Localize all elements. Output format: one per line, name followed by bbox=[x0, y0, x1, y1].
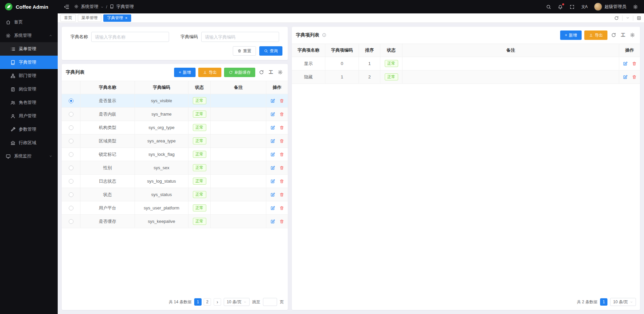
table-row[interactable]: 显示 0 1 正常 bbox=[292, 57, 640, 70]
delete-icon[interactable] bbox=[279, 206, 284, 210]
edit-icon[interactable] bbox=[623, 75, 628, 79]
notification-bell-icon[interactable] bbox=[558, 4, 563, 9]
row-radio[interactable] bbox=[69, 139, 73, 143]
edit-icon[interactable] bbox=[270, 206, 275, 210]
row-radio[interactable] bbox=[69, 192, 73, 197]
row-radio[interactable] bbox=[69, 166, 73, 170]
jump-page-input[interactable] bbox=[263, 298, 277, 306]
table-row[interactable]: 状态 sys_status 正常 bbox=[62, 188, 288, 201]
tab[interactable]: 首页 × bbox=[60, 14, 76, 22]
edit-icon[interactable] bbox=[270, 139, 275, 143]
settings-gear-icon[interactable] bbox=[633, 4, 638, 9]
edit-icon[interactable] bbox=[270, 166, 275, 170]
delete-icon[interactable] bbox=[279, 219, 284, 224]
table-row[interactable]: 区域类型 sys_area_type 正常 bbox=[62, 134, 288, 148]
sidebar-item-dept-mgmt[interactable]: 部门管理 bbox=[0, 69, 58, 82]
page-button[interactable]: 1 bbox=[194, 298, 202, 306]
row-radio[interactable] bbox=[69, 152, 73, 157]
sidebar-item-post-mgmt[interactable]: 岗位管理 bbox=[0, 82, 58, 96]
dict-name-input[interactable] bbox=[91, 32, 169, 42]
search-icon[interactable] bbox=[546, 4, 551, 9]
row-radio[interactable] bbox=[69, 206, 73, 210]
next-page-button[interactable]: › bbox=[214, 298, 221, 306]
table-row[interactable]: 锁定标记 sys_lock_flag 正常 bbox=[62, 148, 288, 161]
tab-options-chevron-icon[interactable] bbox=[626, 16, 630, 20]
edit-icon[interactable] bbox=[270, 125, 275, 130]
sidebar-item-dict-mgmt[interactable]: 字典管理 bbox=[0, 56, 58, 69]
monitor-icon bbox=[5, 154, 11, 159]
sidebar-item-region[interactable]: 行政区域 bbox=[0, 136, 58, 149]
delete-icon[interactable] bbox=[279, 99, 284, 103]
export-button[interactable]: 导出 bbox=[198, 68, 221, 77]
row-radio[interactable] bbox=[69, 125, 73, 130]
edit-icon[interactable] bbox=[270, 99, 275, 103]
edit-icon[interactable] bbox=[270, 192, 275, 197]
layout-toggle-icon[interactable] bbox=[637, 16, 641, 20]
table-row[interactable]: 日志状态 sys_log_status 正常 bbox=[62, 175, 288, 188]
delete-icon[interactable] bbox=[279, 139, 284, 143]
item-add-button[interactable]: + 新增 bbox=[560, 30, 582, 40]
edit-icon[interactable] bbox=[270, 179, 275, 184]
sidebar-item-param-mgmt[interactable]: 参数管理 bbox=[0, 123, 58, 136]
table-row[interactable]: 用户平台 sys_user_platform 正常 bbox=[62, 201, 288, 215]
edit-icon[interactable] bbox=[270, 112, 275, 117]
row-radio[interactable] bbox=[69, 219, 73, 224]
page-button[interactable]: 1 bbox=[600, 298, 607, 306]
row-radio[interactable] bbox=[69, 99, 73, 103]
delete-icon[interactable] bbox=[632, 75, 637, 79]
language-icon[interactable]: 文A bbox=[581, 4, 587, 10]
density-icon[interactable]: 工 bbox=[268, 69, 274, 75]
fullscreen-icon[interactable] bbox=[570, 4, 575, 9]
delete-icon[interactable] bbox=[632, 61, 637, 66]
edit-icon[interactable] bbox=[270, 219, 275, 224]
sidebar-item-menu-mgmt[interactable]: 菜单管理 bbox=[0, 42, 58, 56]
refresh-tab-icon[interactable] bbox=[614, 16, 619, 20]
density-icon[interactable]: 工 bbox=[620, 32, 626, 38]
tab[interactable]: 菜单管理 × bbox=[78, 14, 101, 22]
table-row[interactable]: 机构类型 sys_org_type 正常 bbox=[62, 121, 288, 134]
row-radio[interactable] bbox=[69, 112, 73, 117]
reset-button[interactable]: 重置 bbox=[233, 46, 256, 56]
dictionary-icon bbox=[110, 4, 114, 9]
table-row[interactable]: 隐藏 1 2 正常 bbox=[292, 70, 640, 84]
reload-table-icon[interactable] bbox=[610, 33, 617, 38]
user-menu[interactable]: 超级管理员 bbox=[594, 3, 626, 11]
table-row[interactable]: 是否缓存 sys_keepalive 正常 bbox=[62, 215, 288, 228]
tab[interactable]: 字典管理 × bbox=[103, 14, 131, 22]
page-size-select[interactable]: 10 条/页 bbox=[610, 298, 636, 306]
refresh-cache-button[interactable]: 刷新缓存 bbox=[224, 68, 255, 77]
table-row[interactable]: 是否显示 sys_visible 正常 bbox=[62, 94, 288, 108]
sidebar-fold-icon[interactable] bbox=[64, 4, 69, 10]
delete-icon[interactable] bbox=[279, 192, 284, 197]
table-row[interactable]: 是否内嵌 sys_frame 正常 bbox=[62, 108, 288, 121]
row-radio[interactable] bbox=[69, 179, 73, 184]
info-icon[interactable] bbox=[322, 33, 326, 38]
sidebar-item-role-mgmt[interactable]: 角色管理 bbox=[0, 96, 58, 109]
edit-icon[interactable] bbox=[623, 61, 628, 66]
delete-icon[interactable] bbox=[279, 179, 284, 184]
column-settings-gear-icon[interactable] bbox=[277, 70, 284, 75]
sidebar-item-home[interactable]: 首页 bbox=[0, 15, 58, 29]
reload-table-icon[interactable] bbox=[258, 70, 265, 75]
page-button[interactable]: 2 bbox=[204, 298, 211, 306]
close-icon[interactable]: × bbox=[125, 16, 127, 20]
app-logo[interactable]: Coffee Admin bbox=[0, 0, 58, 13]
breadcrumb-item-system[interactable]: 系统管理 bbox=[81, 4, 98, 10]
item-export-button[interactable]: 导出 bbox=[584, 30, 607, 40]
sidebar-item-monitor[interactable]: 系统监控 bbox=[0, 149, 58, 163]
add-button[interactable]: + 新增 bbox=[174, 68, 196, 77]
query-button[interactable]: 查询 bbox=[259, 46, 282, 56]
breadcrumb-item-dict[interactable]: 字典管理 bbox=[116, 4, 134, 10]
sidebar-item-system[interactable]: 系统管理 bbox=[0, 29, 58, 42]
edit-icon[interactable] bbox=[270, 152, 275, 157]
delete-icon[interactable] bbox=[279, 166, 284, 170]
delete-icon[interactable] bbox=[279, 112, 284, 117]
table-row[interactable]: 性别 sys_sex 正常 bbox=[62, 161, 288, 175]
column-settings-gear-icon[interactable] bbox=[629, 33, 636, 38]
page-size-select[interactable]: 10 条/页 bbox=[224, 298, 250, 306]
delete-icon[interactable] bbox=[279, 152, 284, 157]
total-count: 共 2 条数据 bbox=[577, 299, 597, 305]
sidebar-item-user-mgmt[interactable]: 用户管理 bbox=[0, 109, 58, 123]
delete-icon[interactable] bbox=[279, 125, 284, 130]
dict-code-input[interactable] bbox=[201, 32, 279, 42]
